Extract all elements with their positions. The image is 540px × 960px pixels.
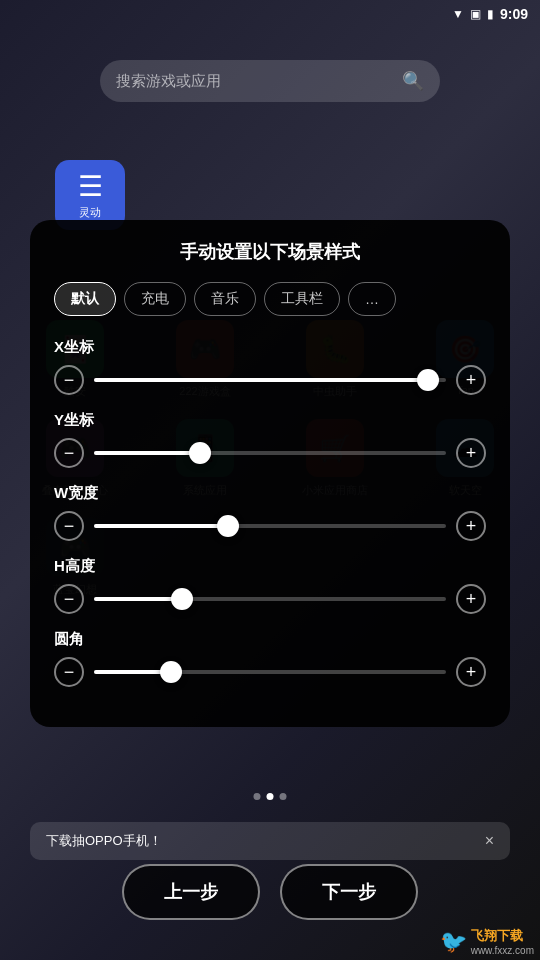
tab-toolbar[interactable]: 工具栏 [264, 282, 340, 316]
status-time: 9:09 [500, 6, 528, 22]
slider-fill-y [94, 451, 200, 455]
slider-section-w: W宽度 − + [54, 484, 486, 541]
slider-row-y: − + [54, 438, 486, 468]
slider-thumb-h[interactable] [171, 588, 193, 610]
battery-icon: ▮ [487, 7, 494, 21]
dot-2 [267, 793, 274, 800]
slider-thumb-x[interactable] [417, 369, 439, 391]
slider-minus-x[interactable]: − [54, 365, 84, 395]
slider-thumb-y[interactable] [189, 442, 211, 464]
slider-track-h[interactable] [94, 597, 446, 601]
slider-label-r: 圆角 [54, 630, 486, 649]
tab-more[interactable]: … [348, 282, 396, 316]
slider-minus-h[interactable]: − [54, 584, 84, 614]
search-icon[interactable]: 🔍 [402, 70, 424, 92]
status-bar: ▼ ▣ ▮ 9:09 [0, 0, 540, 28]
slider-fill-w [94, 524, 228, 528]
slider-track-w[interactable] [94, 524, 446, 528]
slider-label-x: X坐标 [54, 338, 486, 357]
slider-section-r: 圆角 − + [54, 630, 486, 687]
slider-plus-x[interactable]: + [456, 365, 486, 395]
slider-row-x: − + [54, 365, 486, 395]
modal-title: 手动设置以下场景样式 [54, 240, 486, 264]
watermark-bird-icon: 🐦 [440, 929, 467, 955]
prev-button[interactable]: 上一步 [122, 864, 260, 920]
slider-label-w: W宽度 [54, 484, 486, 503]
watermark-line2: www.fxxz.com [471, 945, 534, 956]
tab-music[interactable]: 音乐 [194, 282, 256, 316]
slider-plus-r[interactable]: + [456, 657, 486, 687]
lingdong-icon-symbol: ☰ [78, 170, 103, 203]
slider-label-y: Y坐标 [54, 411, 486, 430]
download-banner: 下载抽OPPO手机！ × [30, 822, 510, 860]
search-bar[interactable]: 搜索游戏或应用 🔍 [100, 60, 440, 102]
modal-dialog: 手动设置以下场景样式 默认充电音乐工具栏… X坐标 − + Y坐标 − + [30, 220, 510, 727]
dot-1 [254, 793, 261, 800]
slider-minus-r[interactable]: − [54, 657, 84, 687]
dots-indicator [254, 793, 287, 800]
slider-row-h: − + [54, 584, 486, 614]
slider-track-y[interactable] [94, 451, 446, 455]
slider-track-x[interactable] [94, 378, 446, 382]
slider-plus-h[interactable]: + [456, 584, 486, 614]
slider-section-x: X坐标 − + [54, 338, 486, 395]
slider-thumb-r[interactable] [160, 661, 182, 683]
slider-minus-y[interactable]: − [54, 438, 84, 468]
search-placeholder: 搜索游戏或应用 [116, 72, 402, 91]
dot-3 [280, 793, 287, 800]
slider-section-y: Y坐标 − + [54, 411, 486, 468]
slider-thumb-w[interactable] [217, 515, 239, 537]
watermark: 🐦 飞翔下载 www.fxxz.com [420, 900, 540, 960]
watermark-line1: 飞翔下载 [471, 927, 523, 945]
slider-fill-x [94, 378, 428, 382]
download-close-button[interactable]: × [485, 832, 494, 850]
sliders-container: X坐标 − + Y坐标 − + W宽度 − [54, 338, 486, 687]
download-text: 下载抽OPPO手机！ [46, 832, 162, 850]
slider-plus-w[interactable]: + [456, 511, 486, 541]
tab-charge[interactable]: 充电 [124, 282, 186, 316]
slider-row-r: − + [54, 657, 486, 687]
slider-fill-h [94, 597, 182, 601]
tabs-row: 默认充电音乐工具栏… [54, 282, 486, 316]
slider-label-h: H高度 [54, 557, 486, 576]
slider-section-h: H高度 − + [54, 557, 486, 614]
wifi-icon: ▼ [452, 7, 464, 21]
next-button[interactable]: 下一步 [280, 864, 418, 920]
slider-track-r[interactable] [94, 670, 446, 674]
slider-plus-y[interactable]: + [456, 438, 486, 468]
slider-row-w: − + [54, 511, 486, 541]
slider-minus-w[interactable]: − [54, 511, 84, 541]
signal-icon: ▣ [470, 7, 481, 21]
tab-default[interactable]: 默认 [54, 282, 116, 316]
lingdong-icon-label: 灵动 [79, 205, 101, 220]
